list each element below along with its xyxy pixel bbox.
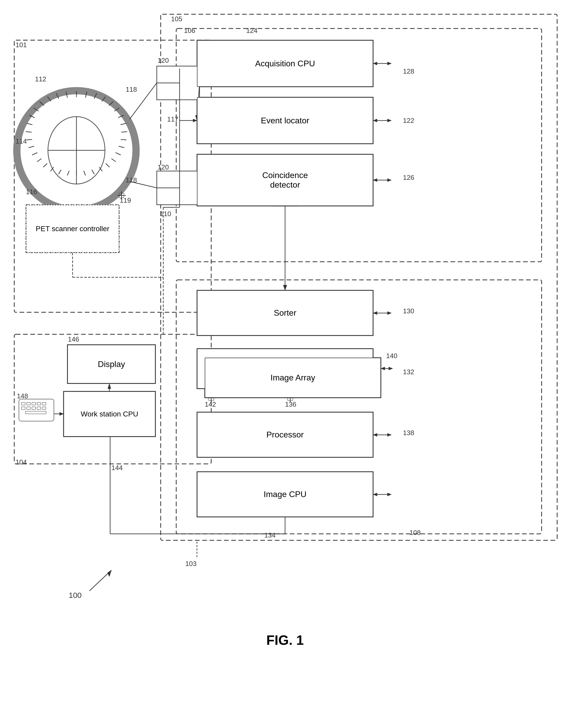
svg-marker-73 <box>373 178 377 182</box>
label-118a: 118 <box>126 85 137 93</box>
svg-line-38 <box>84 171 85 175</box>
svg-line-111 <box>89 570 111 591</box>
svg-marker-66 <box>387 62 391 65</box>
display-box: Display <box>67 345 155 383</box>
event-locator-box: Event locator <box>197 97 373 144</box>
svg-line-43 <box>43 164 47 167</box>
svg-marker-79 <box>373 312 377 315</box>
label-132: 132 <box>403 368 414 376</box>
svg-marker-96 <box>60 412 63 416</box>
svg-marker-70 <box>373 119 377 122</box>
label-118b: 118 <box>126 176 137 184</box>
image-cpu-box: Image CPU <box>197 472 373 517</box>
svg-marker-94 <box>108 383 111 389</box>
label-112: 112 <box>35 75 46 83</box>
svg-marker-88 <box>373 493 377 496</box>
svg-line-30 <box>121 132 127 132</box>
pet-scanner-controller-box: PET scanner controller <box>26 205 119 253</box>
label-106: 106 <box>184 27 195 35</box>
svg-line-46 <box>28 146 34 148</box>
label-140: 140 <box>386 352 397 360</box>
svg-line-52 <box>40 102 44 105</box>
label-120a: 120 <box>158 57 169 65</box>
processor-box: Processor <box>197 412 373 457</box>
svg-line-28 <box>118 115 124 118</box>
svg-line-51 <box>34 108 39 111</box>
svg-line-36 <box>99 167 102 171</box>
svg-line-50 <box>29 115 35 118</box>
sorter-box: Sorter <box>197 290 373 336</box>
label-100: 100 <box>69 591 82 600</box>
label-117: 117 <box>167 115 178 123</box>
svg-line-37 <box>92 170 94 174</box>
svg-marker-69 <box>387 119 391 122</box>
label-136: 136 <box>285 400 296 408</box>
svg-rect-0 <box>161 14 557 540</box>
svg-line-32 <box>119 146 124 148</box>
svg-line-53 <box>47 97 51 101</box>
svg-marker-82 <box>381 367 385 370</box>
svg-point-19 <box>48 117 105 184</box>
coincidence-detector-box: Coincidencedetector <box>197 154 373 206</box>
label-134: 134 <box>264 531 275 539</box>
svg-line-45 <box>32 153 37 155</box>
svg-line-24 <box>94 93 97 99</box>
label-142: 142 <box>205 400 216 408</box>
svg-marker-64 <box>193 119 197 122</box>
svg-marker-78 <box>387 312 391 315</box>
label-108: 108 <box>410 529 421 537</box>
label-101: 101 <box>16 41 27 49</box>
label-146: 146 <box>68 335 79 343</box>
svg-line-47 <box>26 140 32 140</box>
label-130: 130 <box>403 307 414 315</box>
figure-caption: FIG. 1 <box>233 632 337 648</box>
label-103: 103 <box>185 560 196 568</box>
svg-rect-17 <box>157 171 200 205</box>
svg-line-44 <box>37 159 41 162</box>
svg-marker-72 <box>387 178 391 182</box>
svg-rect-16 <box>157 66 200 100</box>
svg-line-34 <box>111 159 116 162</box>
svg-line-48 <box>26 132 31 132</box>
svg-line-54 <box>56 93 59 99</box>
svg-marker-67 <box>373 62 377 65</box>
svg-marker-112 <box>108 570 111 576</box>
svg-line-40 <box>67 171 69 175</box>
label-120b: 120 <box>158 163 169 171</box>
label-138: 138 <box>403 429 414 437</box>
svg-line-33 <box>115 153 121 155</box>
label-124: 124 <box>246 27 257 35</box>
svg-marker-85 <box>373 433 377 436</box>
svg-line-55 <box>66 92 67 98</box>
svg-line-42 <box>50 167 54 171</box>
svg-line-49 <box>27 123 33 125</box>
label-105: 105 <box>171 15 182 23</box>
svg-line-35 <box>106 164 110 167</box>
svg-marker-81 <box>389 367 393 370</box>
svg-line-41 <box>59 170 61 174</box>
label-128: 128 <box>403 67 414 76</box>
label-126: 126 <box>403 174 414 182</box>
label-110: 110 <box>160 210 171 218</box>
svg-line-23 <box>85 92 87 98</box>
acquisition-cpu-box: Acquisition CPU <box>197 40 373 87</box>
svg-line-26 <box>109 102 113 105</box>
workstation-cpu-box: Work station CPU <box>63 391 155 437</box>
svg-marker-84 <box>387 433 391 436</box>
image-array-box: Image Array <box>205 358 381 398</box>
label-114: 114 <box>16 138 27 145</box>
label-104: 104 <box>16 458 27 466</box>
label-116: 116 <box>26 188 37 196</box>
svg-marker-75 <box>283 285 287 290</box>
svg-line-27 <box>114 108 119 111</box>
label-144: 144 <box>111 464 123 472</box>
svg-line-31 <box>121 140 126 140</box>
label-119: 119 <box>120 196 131 205</box>
label-122: 122 <box>403 117 414 125</box>
svg-line-29 <box>121 123 126 125</box>
svg-marker-87 <box>387 493 391 496</box>
svg-line-25 <box>102 97 105 101</box>
